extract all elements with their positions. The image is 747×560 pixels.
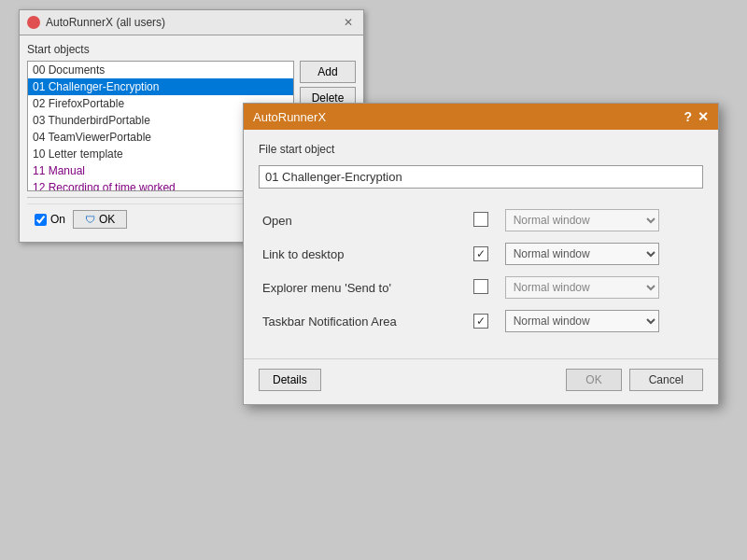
dialog-footer: Details OK Cancel xyxy=(244,358,718,404)
table-row: Taskbar Notification Area Normal window … xyxy=(259,304,703,338)
dialog: AutoRunnerX ? ✕ File start object Open N… xyxy=(243,103,719,405)
app-icon xyxy=(27,16,40,29)
dropdown-taskbar-wrapper[interactable]: Normal window Minimized Maximized xyxy=(505,310,659,332)
dialog-titlebar: AutoRunnerX ? ✕ xyxy=(244,104,718,130)
list-item[interactable]: 00 Documents xyxy=(28,62,293,78)
bg-ok-label: OK xyxy=(99,213,115,226)
checkbox-desktop[interactable] xyxy=(473,246,488,261)
dropdown-sendto: Normal window xyxy=(505,276,659,299)
bg-ok-button[interactable]: 🛡 OK xyxy=(73,210,127,229)
on-checkbox-label[interactable]: On xyxy=(35,213,65,226)
option-label-open: Open xyxy=(259,203,460,237)
help-button[interactable]: ? xyxy=(684,109,692,124)
file-input[interactable] xyxy=(259,165,703,189)
dropdown-sendto-wrapper: Normal window xyxy=(505,276,659,299)
option-checkbox-sendto[interactable] xyxy=(460,271,500,304)
checkbox-sendto[interactable] xyxy=(473,279,488,294)
section-header: File start object xyxy=(259,143,703,156)
table-row: Link to desktop Normal window Minimized … xyxy=(259,237,703,271)
option-checkbox-taskbar[interactable] xyxy=(460,304,500,338)
option-label-taskbar: Taskbar Notification Area xyxy=(259,304,460,338)
dialog-title: AutoRunnerX xyxy=(253,110,326,124)
ok-button[interactable]: OK xyxy=(566,369,621,391)
dropdown-open: Normal window xyxy=(505,209,659,231)
option-checkbox-open[interactable] xyxy=(460,203,500,237)
group-label: Start objects xyxy=(27,43,356,56)
dialog-body: File start object Open Normal window xyxy=(244,130,718,351)
dropdown-open-wrapper: Normal window xyxy=(505,209,659,231)
table-row: Open Normal window xyxy=(259,203,703,237)
footer-right: OK Cancel xyxy=(566,369,703,391)
list-item[interactable]: 01 Challenger-Encryption xyxy=(28,78,293,95)
checkbox-taskbar[interactable] xyxy=(473,314,488,329)
option-dropdown-open: Normal window xyxy=(501,203,703,237)
dropdown-taskbar[interactable]: Normal window Minimized Maximized xyxy=(505,310,659,332)
dialog-title-controls: ? ✕ xyxy=(684,109,709,124)
add-button[interactable]: Add xyxy=(300,61,356,83)
bg-window-title: AutoRunnerX (all users) xyxy=(46,16,165,29)
shield-icon: 🛡 xyxy=(85,214,95,225)
option-dropdown-desktop[interactable]: Normal window Minimized Maximized xyxy=(501,237,703,271)
table-row: Explorer menu 'Send to' Normal window xyxy=(259,271,703,304)
option-label-sendto: Explorer menu 'Send to' xyxy=(259,271,460,304)
bg-titlebar: AutoRunnerX (all users) ✕ xyxy=(20,10,363,35)
cancel-button[interactable]: Cancel xyxy=(629,369,703,391)
on-label: On xyxy=(50,213,65,226)
option-checkbox-desktop[interactable] xyxy=(460,237,500,271)
dialog-close-button[interactable]: ✕ xyxy=(698,109,709,124)
options-table: Open Normal window Link to desktop xyxy=(259,203,703,338)
dropdown-desktop[interactable]: Normal window Minimized Maximized xyxy=(505,243,659,265)
dropdown-desktop-wrapper[interactable]: Normal window Minimized Maximized xyxy=(505,243,659,265)
option-dropdown-taskbar[interactable]: Normal window Minimized Maximized xyxy=(501,304,703,338)
details-button[interactable]: Details xyxy=(259,369,321,391)
bg-title-left: AutoRunnerX (all users) xyxy=(27,16,165,29)
bg-close-button[interactable]: ✕ xyxy=(341,15,356,30)
option-label-desktop: Link to desktop xyxy=(259,237,460,271)
checkbox-open[interactable] xyxy=(473,212,488,227)
on-checkbox[interactable] xyxy=(35,214,47,226)
footer-left: Details xyxy=(259,369,321,391)
option-dropdown-sendto: Normal window xyxy=(501,271,703,304)
